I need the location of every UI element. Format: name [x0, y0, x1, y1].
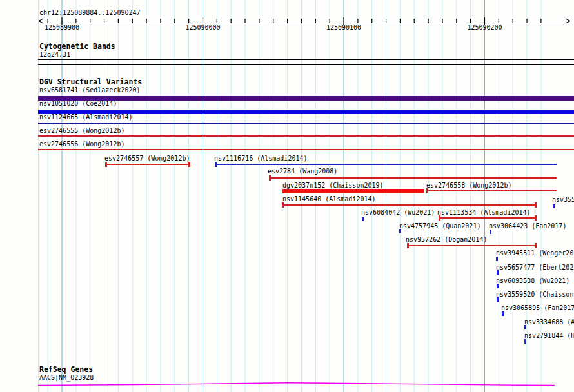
- refseq-gene-model-line[interactable]: [38, 383, 555, 386]
- refseq-gene-model-layer: [0, 0, 574, 392]
- genome-browser-view: chr12:125089884..125090247 1250899001250…: [0, 0, 574, 392]
